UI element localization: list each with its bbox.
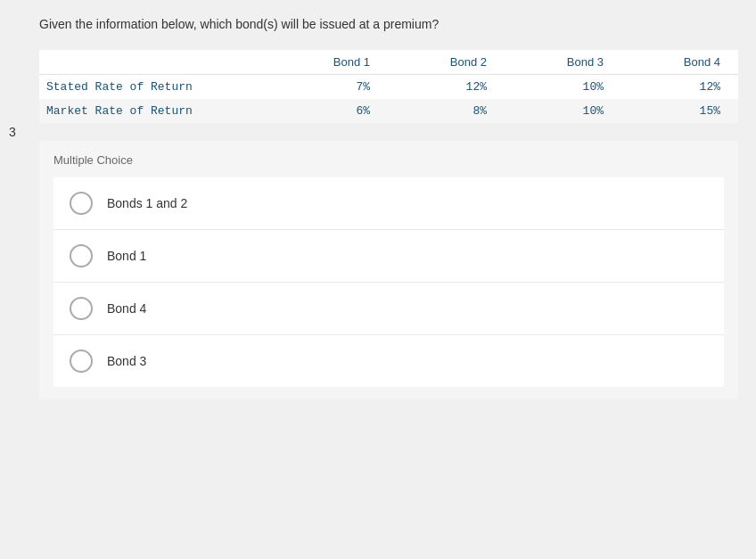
table-header-bond3: Bond 3 <box>505 50 621 75</box>
stated-rate-bond1: 7% <box>271 74 388 99</box>
option-text-bond-1: Bond 1 <box>107 249 146 263</box>
data-table: Bond 1 Bond 2 Bond 3 Bond 4 Stated Rate … <box>39 50 738 123</box>
market-rate-bond1: 6% <box>271 99 388 123</box>
table-row: Stated Rate of Return 7% 12% 10% 12% <box>39 74 738 99</box>
market-rate-bond4: 15% <box>621 99 738 123</box>
market-rate-bond2: 8% <box>388 99 505 123</box>
table-header-label <box>39 50 271 75</box>
multiple-choice-section: Multiple Choice Bonds 1 and 2 Bond 1 Bon… <box>39 141 738 399</box>
option-text-bond-4: Bond 4 <box>107 301 146 316</box>
radio-button-bond-3[interactable] <box>70 349 93 373</box>
option-bond-3[interactable]: Bond 3 <box>53 335 724 387</box>
radio-button-bond-1[interactable] <box>70 244 93 267</box>
table-header-bond1: Bond 1 <box>271 50 388 75</box>
option-bond-4[interactable]: Bond 4 <box>53 283 724 335</box>
question-text: Given the information below, which bond(… <box>39 16 738 34</box>
main-content: Given the information below, which bond(… <box>25 0 756 559</box>
stated-rate-label: Stated Rate of Return <box>39 74 271 99</box>
table-header-row: Bond 1 Bond 2 Bond 3 Bond 4 <box>39 50 738 75</box>
stated-rate-bond2: 12% <box>388 74 505 99</box>
table-row: Market Rate of Return 6% 8% 10% 15% <box>39 99 738 123</box>
radio-button-bonds-1-and-2[interactable] <box>70 192 93 215</box>
stated-rate-bond3: 10% <box>505 74 621 99</box>
option-text-bonds-1-and-2: Bonds 1 and 2 <box>107 196 187 210</box>
options-list: Bonds 1 and 2 Bond 1 Bond 4 Bond 3 <box>53 177 724 387</box>
stated-rate-bond4: 12% <box>621 74 738 99</box>
option-text-bond-3: Bond 3 <box>107 354 146 368</box>
option-bonds-1-and-2[interactable]: Bonds 1 and 2 <box>53 177 724 230</box>
page-container: 3 Given the information below, which bon… <box>0 0 756 559</box>
market-rate-bond3: 10% <box>505 99 621 123</box>
table-header-bond4: Bond 4 <box>621 50 738 75</box>
question-number: 3 <box>0 0 25 559</box>
option-bond-1[interactable]: Bond 1 <box>53 230 724 283</box>
market-rate-label: Market Rate of Return <box>39 99 271 123</box>
table-header-bond2: Bond 2 <box>388 50 505 75</box>
radio-button-bond-4[interactable] <box>70 297 93 320</box>
multiple-choice-label: Multiple Choice <box>53 153 724 167</box>
